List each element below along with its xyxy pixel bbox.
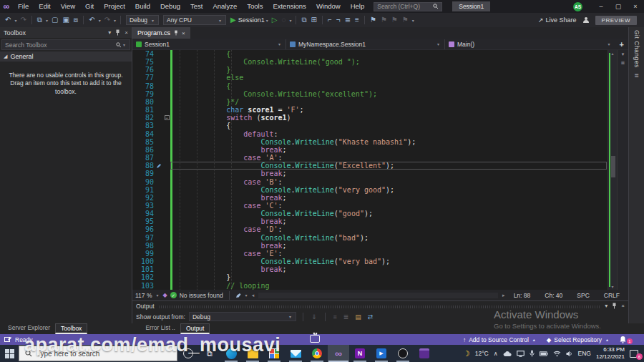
hot-reload-dropdown-icon[interactable]: ▾ (288, 18, 293, 23)
tab-server-explorer[interactable]: Server Explorer (3, 323, 55, 334)
code-editor[interactable]: 74 {75 Console.WriteLine("good ");76 }77… (132, 50, 617, 290)
zoom-level[interactable]: 117 % (135, 292, 152, 299)
start-debug-dropdown-icon[interactable]: ▾ (265, 18, 270, 23)
undo-icon[interactable]: ↶ (87, 14, 97, 26)
taskbar-icon-mail[interactable] (285, 345, 306, 362)
save-icon[interactable]: ▣ (60, 14, 71, 26)
save-all-icon[interactable]: ⧈ (72, 14, 80, 26)
code-line-97[interactable]: 97 Console.WriteLine("bad"); (132, 234, 617, 242)
code-line-100[interactable]: 100 Console.WriteLine("very bad"); (132, 258, 617, 265)
code-line-103[interactable]: 103 // looping (132, 282, 617, 290)
git-changes-strip[interactable]: Git Changes ≣ (628, 27, 644, 323)
menu-debug[interactable]: Debug (155, 0, 185, 13)
output-source-combo[interactable]: Debug ▾ (189, 312, 296, 321)
code-line-85[interactable]: 85 Console.WriteLine("Khaste nabashi"); (132, 138, 617, 146)
menu-file[interactable]: File (13, 0, 34, 13)
code-line-96[interactable]: 96 case 'D': (132, 225, 617, 233)
redo-icon[interactable]: ↷ (102, 14, 112, 26)
toolbox-general-section[interactable]: ◢ General (0, 52, 132, 62)
code-line-92[interactable]: 92 break; (132, 194, 617, 202)
taskbar-icon-purple-app[interactable] (414, 345, 435, 362)
pin-icon[interactable] (612, 303, 617, 309)
line-indicator[interactable]: Ln: 88 (508, 292, 537, 299)
health-indicator-icon[interactable]: ◆ (163, 292, 167, 298)
clear-all-icon[interactable]: ≡ (332, 313, 338, 321)
close-icon[interactable]: × (125, 29, 128, 36)
code-line-80[interactable]: 80 }*/ (132, 98, 617, 106)
space-mode-indicator[interactable]: SPC (571, 292, 595, 299)
volume-icon[interactable] (566, 351, 573, 357)
chevron-up-icon[interactable]: ∧ (494, 351, 498, 357)
taskbar-icon-movies-tv[interactable]: ▶ (371, 345, 392, 362)
prev-bookmark-icon[interactable]: ⚑ (379, 14, 389, 26)
undo-dropdown-icon[interactable]: ▾ (97, 18, 102, 23)
code-line-88[interactable]: 88 Console.WriteLine("Excellent"); (132, 162, 617, 170)
code-line-82[interactable]: 82− switch (score1) (132, 114, 617, 122)
clear-bookmarks-icon[interactable]: ⚑ (400, 14, 411, 26)
project-dropdown[interactable]: Session1 ▾ (132, 39, 286, 49)
new-project-dropdown-icon[interactable]: ▾ (44, 18, 49, 23)
taskbar-icon-obs[interactable] (392, 345, 414, 362)
start-without-debug-icon[interactable]: ▷ (270, 14, 280, 26)
split-window-icon[interactable]: + (615, 40, 628, 49)
action-center-button[interactable]: 6 (630, 348, 641, 358)
select-repository-button[interactable]: ◆ Select Repository ▴ (547, 336, 610, 343)
code-line-90[interactable]: 90 case 'B': (132, 178, 617, 186)
code-line-75[interactable]: 75 Console.WriteLine("good "); (132, 58, 617, 66)
line-ending-indicator[interactable]: CRLF (598, 292, 625, 299)
horizontal-scrollbar[interactable] (258, 293, 498, 298)
toolbox-search-input[interactable]: Search Toolbox ▾ (1, 39, 130, 50)
code-line-91[interactable]: 91 Console.WriteLine("very good"); (132, 186, 617, 194)
new-project-icon[interactable]: ⧉ (35, 14, 44, 26)
code-line-101[interactable]: 101 break; (132, 265, 617, 273)
mic-icon[interactable] (530, 350, 535, 357)
dropdown-icon[interactable]: ▾ (622, 52, 625, 57)
panel-grip[interactable] (159, 305, 601, 308)
start-debug-label[interactable]: Session1 (238, 16, 265, 24)
bookmark-icon[interactable]: ⚑ (368, 14, 379, 26)
language-indicator[interactable]: ENG (578, 350, 591, 357)
git-changes-label[interactable]: Git Changes (633, 30, 640, 68)
code-line-98[interactable]: 98 break; (132, 242, 617, 250)
toggle-output-icon[interactable]: ▤ (353, 313, 363, 321)
preview-button[interactable]: PREVIEW (595, 16, 637, 25)
code-line-76[interactable]: 76 } (132, 66, 617, 74)
menu-git[interactable]: Git (80, 0, 99, 13)
bookmark-dropdown-icon[interactable]: ▾ (411, 18, 416, 23)
close-icon[interactable]: × (621, 303, 625, 309)
quick-search-box[interactable]: Search (Ctrl+Q) (374, 2, 442, 11)
search-options-dropdown-icon[interactable]: ▾ (122, 42, 127, 47)
menu-project[interactable]: Project (99, 0, 130, 13)
indent-icon[interactable]: ≣ (343, 14, 353, 26)
column-indicator[interactable]: Ch: 40 (539, 292, 568, 299)
menu-build[interactable]: Build (130, 0, 155, 13)
notifications-bell-button[interactable]: 1 (620, 336, 633, 344)
hscroll-left-icon[interactable]: ◂ (252, 293, 255, 298)
battery-icon[interactable] (540, 351, 548, 356)
close-button[interactable]: × (627, 0, 644, 13)
maximize-button[interactable]: ▢ (610, 0, 627, 13)
solution-explorer-icon[interactable]: ⊞ (309, 14, 319, 26)
live-share-button[interactable]: ↗ Live Share (538, 16, 577, 24)
feedback-icon[interactable] (582, 16, 590, 24)
taskbar-icon-chrome[interactable] (306, 345, 328, 362)
find-in-files-icon[interactable]: ⧉ (299, 14, 308, 26)
vertical-scrollbar[interactable]: ▴ ▾ (608, 50, 617, 290)
scroll-down-icon[interactable]: ▾ (608, 284, 617, 289)
scrollbar-thumb[interactable] (611, 156, 615, 177)
menu-test[interactable]: Test (185, 0, 208, 13)
code-line-89[interactable]: 89 break; (132, 170, 617, 177)
weather-moon-icon[interactable]: ☽ (463, 349, 470, 358)
code-cleanup-dropdown-icon[interactable]: ▾ (244, 293, 249, 298)
uncomment-icon[interactable]: ¬ (334, 14, 343, 26)
menu-edit[interactable]: Edit (34, 0, 55, 13)
pin-icon[interactable] (174, 30, 178, 36)
code-line-93[interactable]: 93 case 'C': (132, 202, 617, 210)
navigate-back-icon[interactable]: ↶ (3, 14, 13, 26)
redo-dropdown-icon[interactable]: ▾ (112, 18, 117, 23)
taskbar-icon-visual-studio[interactable]: ∞ (328, 345, 349, 362)
hscroll-right-icon[interactable]: ▸ (502, 293, 505, 298)
tab-program-cs[interactable]: Program.cs × (132, 27, 190, 39)
solution-platforms-combo[interactable]: Any CPU▾ (163, 15, 226, 25)
open-file-icon[interactable]: ▢ (49, 14, 60, 26)
